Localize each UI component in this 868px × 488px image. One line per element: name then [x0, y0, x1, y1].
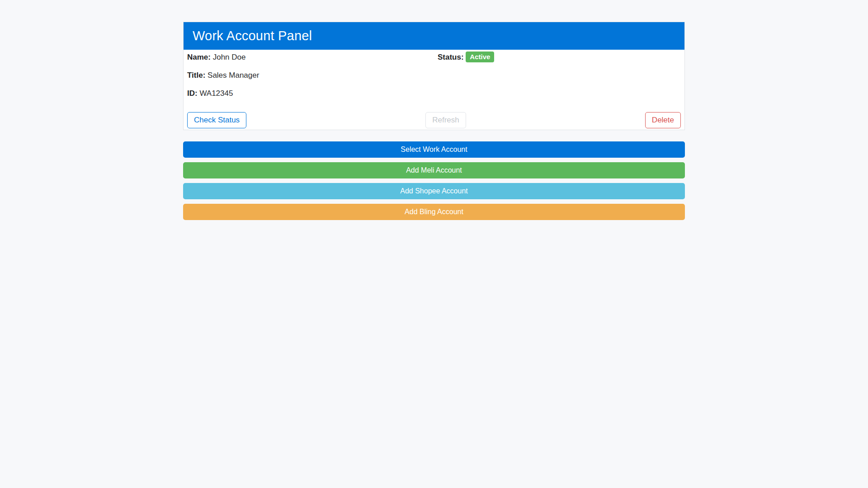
name-label: Name: — [187, 53, 211, 61]
row-name-status: Name: John Doe Status: Active — [187, 52, 681, 63]
title-field: Title: Sales Manager — [187, 70, 434, 81]
add-bling-account-button[interactable]: Add Bling Account — [183, 204, 685, 220]
row-title: Title: Sales Manager — [187, 70, 681, 81]
title-value: Sales Manager — [208, 71, 259, 80]
add-shopee-account-button[interactable]: Add Shopee Account — [183, 183, 685, 199]
title-label: Title: — [187, 71, 205, 80]
delete-button[interactable]: Delete — [645, 112, 681, 128]
row-id: ID: WA12345 — [187, 88, 681, 99]
account-card: Work Account Panel Name: John Doe Status… — [183, 22, 685, 130]
id-label: ID: — [187, 89, 198, 98]
name-value: John Doe — [213, 53, 246, 61]
status-label: Status: — [438, 53, 464, 61]
panel-title: Work Account Panel — [184, 22, 684, 50]
id-value: WA12345 — [199, 89, 233, 98]
work-account-panel: Work Account Panel Name: John Doe Status… — [183, 22, 685, 225]
status-badge: Active — [466, 52, 494, 62]
select-work-account-button[interactable]: Select Work Account — [183, 141, 685, 158]
status-field: Status: Active — [434, 52, 681, 63]
account-info: Name: John Doe Status: Active Title: Sal… — [184, 50, 684, 130]
refresh-button[interactable]: Refresh — [425, 112, 466, 128]
name-field: Name: John Doe — [187, 52, 434, 63]
account-button-stack: Select Work Account Add Meli Account Add… — [183, 141, 685, 220]
id-field: ID: WA12345 — [187, 88, 434, 99]
check-status-button[interactable]: Check Status — [187, 112, 246, 128]
card-actions: Check Status Refresh Delete — [187, 112, 681, 128]
add-meli-account-button[interactable]: Add Meli Account — [183, 162, 685, 178]
